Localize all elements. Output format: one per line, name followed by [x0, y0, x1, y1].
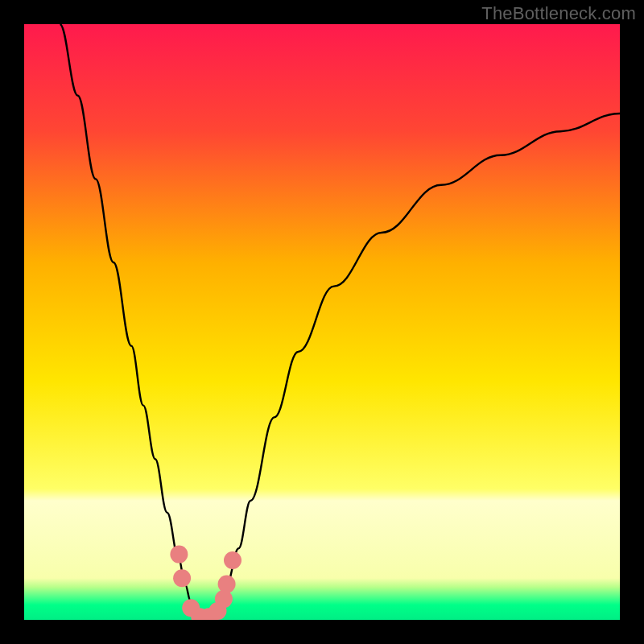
marker-point [218, 576, 236, 593]
gradient-background [24, 24, 620, 620]
chart-frame: TheBottleneck.com [0, 0, 644, 644]
marker-point [215, 590, 233, 608]
bottleneck-chart [24, 24, 620, 620]
marker-point [224, 551, 242, 569]
marker-point [173, 569, 191, 587]
watermark-text: TheBottleneck.com [481, 3, 636, 24]
marker-point [170, 546, 188, 564]
